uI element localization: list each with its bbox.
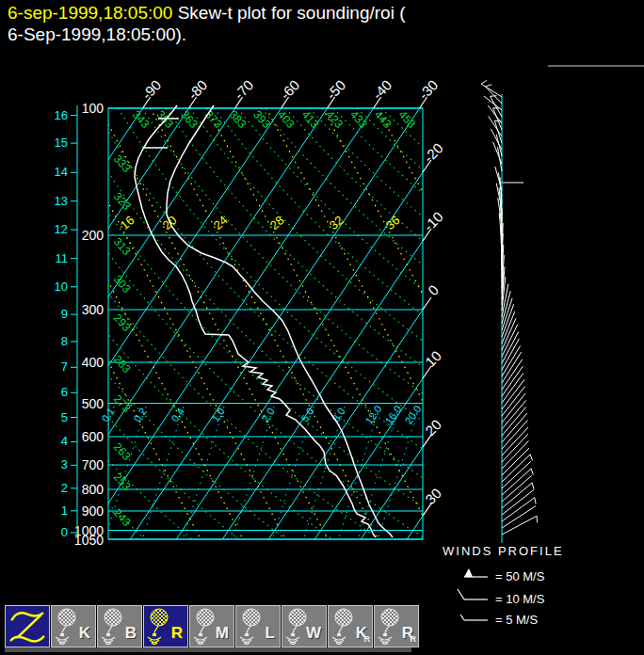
temp-right-labels: -20-100102030 bbox=[420, 139, 445, 516]
toolbar-button-b[interactable]: B bbox=[97, 605, 142, 647]
svg-text:1050: 1050 bbox=[74, 533, 104, 548]
toolbar-button-m[interactable]: M bbox=[189, 605, 234, 647]
toolbar-shadow bbox=[5, 647, 411, 652]
svg-text:363: 363 bbox=[178, 108, 201, 131]
wind-barbs bbox=[481, 80, 538, 535]
svg-text:393: 393 bbox=[250, 108, 273, 131]
svg-text:4: 4 bbox=[61, 434, 68, 448]
svg-text:100: 100 bbox=[82, 101, 105, 116]
svg-text:443: 443 bbox=[372, 108, 394, 131]
z-logo-icon bbox=[8, 608, 47, 646]
dry-adiabats bbox=[0, 108, 644, 539]
height-axis bbox=[71, 105, 77, 536]
svg-text:-10: -10 bbox=[420, 208, 445, 233]
height-axis-labels: 012345678910111213141516 bbox=[55, 108, 68, 539]
legend-label: = 5 M/S bbox=[495, 613, 538, 627]
svg-text:300: 300 bbox=[82, 302, 105, 317]
toolbar-button-k[interactable]: K bbox=[51, 605, 96, 647]
svg-text:600: 600 bbox=[82, 429, 105, 444]
button-letter: K bbox=[79, 625, 90, 641]
svg-text:453: 453 bbox=[395, 108, 418, 131]
svg-text:500: 500 bbox=[82, 396, 105, 411]
toolbar-button-l[interactable]: L bbox=[235, 605, 281, 647]
svg-text:-60: -60 bbox=[277, 76, 302, 102]
svg-text:-30: -30 bbox=[415, 76, 441, 102]
button-subscript: R bbox=[411, 635, 417, 644]
mixing-ratio-labels: 0.10.20.41.02.05.08.012.016.020.0 bbox=[99, 403, 423, 425]
dewpoint-trace bbox=[135, 105, 376, 537]
svg-text:-90: -90 bbox=[138, 76, 164, 102]
svg-text:30: 30 bbox=[422, 485, 444, 507]
svg-text:433: 433 bbox=[347, 108, 370, 131]
button-letter: W bbox=[306, 625, 321, 641]
svg-text:20: 20 bbox=[422, 416, 444, 439]
theta-top-labels: 3433533633733833934034134234334434533333… bbox=[111, 108, 419, 529]
moist-adiabats bbox=[0, 108, 605, 539]
svg-text:700: 700 bbox=[82, 457, 105, 472]
svg-text:6: 6 bbox=[61, 385, 68, 399]
toolbar-button-w[interactable]: W bbox=[282, 605, 327, 647]
svg-text:12.0: 12.0 bbox=[363, 403, 384, 425]
sounding-toolbar: K B R M bbox=[5, 605, 420, 647]
svg-text:333: 333 bbox=[111, 152, 134, 175]
svg-text:8: 8 bbox=[61, 334, 68, 348]
radiosonde-balloon-icon bbox=[377, 608, 405, 645]
svg-text:313: 313 bbox=[111, 235, 134, 258]
svg-text:423: 423 bbox=[323, 108, 346, 131]
full-barb-symbol bbox=[458, 589, 464, 599]
sounding-traces bbox=[135, 105, 393, 537]
svg-text:24: 24 bbox=[211, 213, 231, 232]
toolbar-button-r-r[interactable]: RR bbox=[374, 605, 419, 647]
svg-text:1: 1 bbox=[61, 503, 68, 518]
legend-label: = 50 M/S bbox=[495, 569, 545, 583]
toolbar-button-z-logo[interactable] bbox=[5, 605, 50, 647]
svg-text:3: 3 bbox=[61, 457, 68, 471]
temp-top-labels: -90-80-70-60-50-40-30 bbox=[138, 76, 441, 108]
winds-profile-legend: WINDS PROFILE= 50 M/S= 10 M/S= 5 M/S bbox=[443, 544, 564, 627]
svg-text:2: 2 bbox=[61, 481, 68, 495]
flag-symbol bbox=[464, 568, 473, 577]
svg-text:323: 323 bbox=[111, 190, 134, 213]
winds-profile-title: WINDS PROFILE bbox=[443, 544, 564, 558]
toolbar-button-k-r[interactable]: KR bbox=[328, 605, 373, 647]
svg-text:403: 403 bbox=[275, 108, 298, 131]
svg-text:243: 243 bbox=[111, 506, 134, 529]
svg-text:413: 413 bbox=[299, 108, 322, 131]
svg-text:800: 800 bbox=[82, 482, 105, 497]
skewt-plot: 1002003004005006007008009001000105001234… bbox=[0, 0, 644, 655]
button-subscript: R bbox=[364, 635, 371, 644]
svg-text:16: 16 bbox=[55, 108, 68, 122]
svg-text:9: 9 bbox=[61, 307, 68, 321]
svg-text:-50: -50 bbox=[323, 76, 348, 102]
svg-text:14: 14 bbox=[55, 165, 68, 179]
svg-text:0: 0 bbox=[61, 525, 68, 539]
svg-text:400: 400 bbox=[82, 355, 105, 370]
button-letter: B bbox=[125, 625, 137, 641]
svg-text:-70: -70 bbox=[231, 76, 256, 102]
svg-text:11: 11 bbox=[56, 251, 69, 265]
svg-text:10: 10 bbox=[422, 347, 444, 370]
svg-text:0: 0 bbox=[425, 281, 442, 298]
svg-text:200: 200 bbox=[82, 228, 105, 243]
legend-label: = 10 M/S bbox=[495, 592, 545, 606]
temperature-trace bbox=[167, 105, 393, 537]
svg-text:900: 900 bbox=[82, 503, 105, 519]
svg-text:-80: -80 bbox=[185, 76, 210, 102]
svg-text:16.0: 16.0 bbox=[383, 403, 404, 425]
svg-text:383: 383 bbox=[227, 108, 250, 131]
radiosonde-balloon-icon bbox=[330, 608, 359, 645]
half-barb-symbol bbox=[460, 615, 464, 620]
svg-text:293: 293 bbox=[111, 312, 134, 334]
skewt-app-window: 6-sep-1999,18:05:00 Skew-t plot for soun… bbox=[0, 0, 644, 655]
svg-text:15: 15 bbox=[55, 136, 68, 150]
radiosonde-balloon-icon bbox=[146, 608, 174, 645]
svg-text:5: 5 bbox=[61, 410, 68, 424]
moist-adiabat-labels: 162024283236 bbox=[118, 213, 403, 232]
toolbar-button-r[interactable]: R bbox=[143, 605, 188, 647]
svg-text:13: 13 bbox=[55, 194, 68, 208]
svg-text:263: 263 bbox=[111, 440, 134, 463]
svg-text:7: 7 bbox=[61, 359, 68, 374]
svg-text:20.0: 20.0 bbox=[403, 403, 424, 425]
button-letter: M bbox=[216, 625, 229, 641]
button-letter: L bbox=[266, 625, 275, 641]
